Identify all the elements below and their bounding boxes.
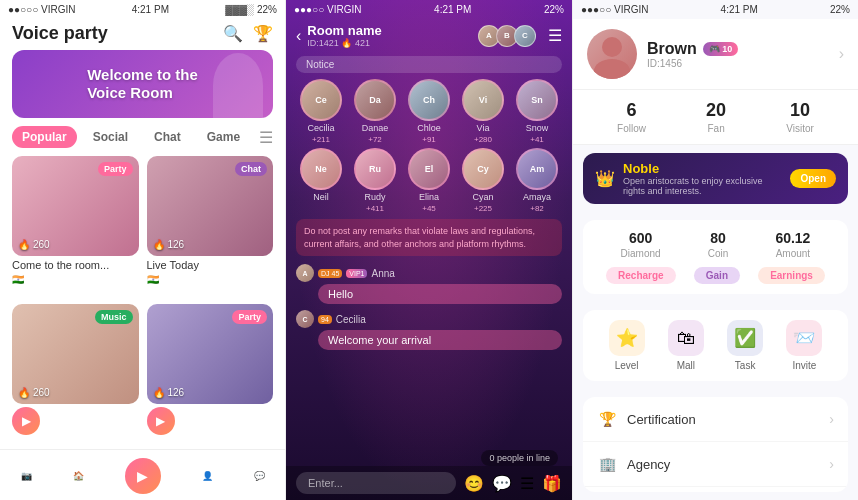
chat-avatar-cecilia2: C [296,310,314,328]
host-avatar-snow: Sn [516,79,558,121]
crown-icon: 👑 [595,169,615,188]
enter-input[interactable]: Enter... [296,472,456,494]
earnings-button[interactable]: Earnings [758,267,825,284]
host-name-amaya: Amaya [523,192,551,202]
emoji-icon[interactable]: 😊 [464,474,484,493]
back-button[interactable]: ‹ [296,27,301,45]
host-avatar-cyan: Cy [462,148,504,190]
host-name-snow: Snow [526,123,549,133]
noble-open-button[interactable]: Open [790,169,836,188]
profile-name-row: Brown 🎮 10 [647,40,829,58]
chat-bubble-cecilia2: Welcome your arrival [318,330,562,350]
room-card[interactable]: Party 🔥 126 ▶ [147,304,274,449]
quick-action-level[interactable]: ⭐ Level [609,320,645,371]
svg-point-0 [602,37,622,57]
chat-username-anna: Anna [371,268,394,279]
chat-avatar-anna: A [296,264,314,282]
quick-action-mall[interactable]: 🛍 Mall [668,320,704,371]
menu-item-certification[interactable]: 🏆 Certification › [583,397,848,442]
room-header-avatars: A B C [482,25,536,47]
room-card[interactable]: Chat 🔥 126 Live Today 🇮🇳 [147,156,274,296]
chat-bubble-icon[interactable]: 💬 [492,474,512,493]
profile-info: Brown 🎮 10 ID:1456 [647,40,829,69]
host-slot-cyan[interactable]: Cy Cyan +225 [462,148,504,213]
header-icons: 🔍 🏆 [223,24,273,43]
host-name-rudy: Rudy [364,192,385,202]
amount-label: Amount [776,248,810,259]
tab-social[interactable]: Social [83,126,138,148]
menu-item-agency[interactable]: 🏢 Agency › [583,442,848,487]
room-card[interactable]: Party 🔥 260 Come to the room... 🇮🇳 [12,156,139,296]
host-slot-elina[interactable]: El Elina +45 [408,148,450,213]
room-menu-icon[interactable]: ☰ [548,26,562,45]
time-3: 4:21 PM [721,4,758,15]
chat-badge-vip-anna: VIP1 [346,269,367,278]
certification-arrow-icon: › [829,411,834,427]
wallet-section: 600 Diamond 80 Coin 60.12 Amount Recharg… [583,220,848,294]
quick-action-invite[interactable]: 📨 Invite [786,320,822,371]
host-slot-danae[interactable]: Da Danae +72 [354,79,396,144]
profile-stats: 6 Follow 20 Fan 10 Visitor [573,90,858,145]
gain-button[interactable]: Gain [694,267,740,284]
trophy-icon[interactable]: 🏆 [253,24,273,43]
rooms-grid: Party 🔥 260 Come to the room... 🇮🇳 Chat … [0,156,285,449]
tab-chat[interactable]: Chat [144,126,191,148]
host-slot-via[interactable]: Vi Via +280 [462,79,504,144]
host-name-cecilia: Cecilia [307,123,334,133]
profile-icon: 👤 [202,471,213,481]
nav-profile[interactable]: 👤 [202,471,213,481]
room-badge-party-2: Party [232,310,267,324]
wallet-diamond: 600 Diamond [621,230,661,259]
stat-visitor: 10 Visitor [786,100,814,134]
room-card[interactable]: Music 🔥 260 ▶ [12,304,139,449]
host-avatar-rudy: Ru [354,148,396,190]
profile-header: Brown 🎮 10 ID:1456 › [573,19,858,90]
chat-icon: 💬 [254,471,265,481]
host-slot-chloe[interactable]: Ch Chloe +91 [408,79,450,144]
host-slot-snow[interactable]: Sn Snow +41 [516,79,558,144]
stat-follow: 6 Follow [617,100,646,134]
tab-popular[interactable]: Popular [12,126,77,148]
host-slot-amaya[interactable]: Am Amaya +82 [516,148,558,213]
task-label: Task [735,360,756,371]
notice-bar: Notice [296,56,562,73]
nav-home[interactable]: 🏠 [73,471,84,481]
host-slot-neil[interactable]: Ne Neil [300,148,342,213]
panel1-header: Voice party 🔍 🏆 [0,19,285,50]
menu-item-language[interactable]: 🌐 Language › [583,487,848,492]
wallet-amount: 60.12 Amount [775,230,810,259]
nav-camera[interactable]: 📷 [21,471,32,481]
room-badge-music: Music [95,310,133,324]
gift-icon[interactable]: 🎁 [542,474,562,493]
filter-menu-icon[interactable]: ☰ [259,128,273,147]
certification-icon: 🏆 [597,409,617,429]
carrier-3: ●●●○○ VIRGIN [581,4,648,15]
search-icon[interactable]: 🔍 [223,24,243,43]
host-badge-elina: +45 [422,204,436,213]
recharge-button[interactable]: Recharge [606,267,676,284]
menu-icon[interactable]: ☰ [520,474,534,493]
tab-game[interactable]: Game [197,126,250,148]
nav-play-button[interactable]: ▶ [125,458,161,494]
time-1: 4:21 PM [132,4,169,15]
host-slot-cecilia[interactable]: Ce Cecilia +211 [300,79,342,144]
noble-info: Noble Open aristocrats to enjoy exclusiv… [623,161,782,196]
notice-text: Do not post any remarks that violate law… [296,219,562,256]
chat-username-cecilia2: Cecilia [336,314,366,325]
chat-user-anna: A DJ 45 VIP1 Anna [296,264,562,282]
noble-banner: 👑 Noble Open aristocrats to enjoy exclus… [583,153,848,204]
quick-actions: ⭐ Level 🛍 Mall ✅ Task 📨 Invite [583,310,848,381]
bottom-nav-1: 📷 🏠 ▶ 👤 💬 [0,449,285,500]
room-content: ●●●○○ VIRGIN 4:21 PM 22% ‹ Room name ID:… [286,0,572,500]
menu-list: 🏆 Certification › 🏢 Agency › 🌐 Language … [583,397,848,492]
level-icon: ⭐ [609,320,645,356]
wallet-actions: Recharge Gain Earnings [597,267,834,284]
quick-action-task[interactable]: ✅ Task [727,320,763,371]
mall-label: Mall [677,360,695,371]
profile-arrow-icon[interactable]: › [839,45,844,63]
host-slot-rudy[interactable]: Ru Rudy +411 [354,148,396,213]
room-badge-chat: Chat [235,162,267,176]
nav-chat[interactable]: 💬 [254,471,265,481]
battery-2: 22% [544,4,564,15]
invite-label: Invite [792,360,816,371]
